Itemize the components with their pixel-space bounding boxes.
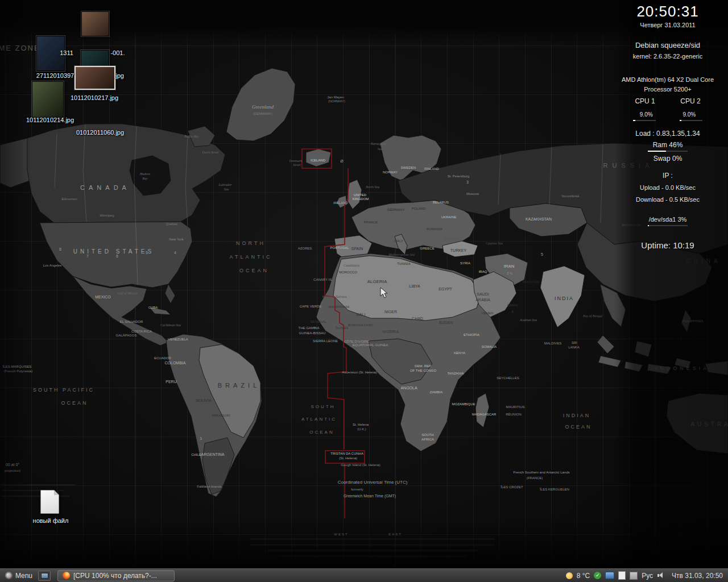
desktop-photo-label[interactable]: 10112010214.jpg [26,117,74,123]
desktop-photo-label[interactable]: -001. [110,49,125,56]
conky-ram: Ram 46% [610,141,726,149]
conky-ip-label: IP : [610,172,726,180]
conky-clock: 20:50:31 [610,2,726,21]
update-manager-icon[interactable]: ✓ [594,572,601,579]
show-desktop-icon [41,573,48,579]
menu-gear-icon [5,572,13,579]
taskbar-clock[interactable]: Чтв 31.03, 20:50 [672,572,723,580]
cpu1-label: CPU 1 [635,97,655,106]
ram-usage-bar [648,151,688,152]
cpu2-percent: 9.0% [682,111,696,119]
conky-cpu-percentages: 9.0% 9.0% [610,111,726,119]
conky-system-monitor: 20:50:31 Четверг 31.03.2011 Debian squee… [610,2,726,251]
cpu2-label: CPU 2 [680,97,700,106]
desktop-photo-label[interactable]: 27112010397 [36,72,74,79]
documents-icon[interactable] [618,571,626,580]
conky-distro: Debian squeeze/sid [610,41,726,50]
conky-date: Четверг 31.03.2011 [610,22,726,30]
desktop-photo-label[interactable]: 1311 [60,49,73,56]
volume-icon[interactable] [657,572,664,579]
temperature-label[interactable]: 8 °C [577,572,590,580]
cpu1-usage-bar [633,120,656,121]
conky-cpu-bars [610,120,726,121]
new-file-label[interactable]: новый файл [33,517,69,524]
new-file-icon[interactable] [40,490,59,514]
bottom-panel: Menu [CPU 100% что делать?-... 8 °C ✓ Ру… [0,568,728,582]
cpu1-percent: 9.0% [640,111,653,119]
desktop-photo-label[interactable]: .jpg [114,72,124,79]
system-tray: 8 °C ✓ Рус Чтв 31.03, 20:50 [566,571,725,580]
conky-cpu-model: AMD Athlon(tm) 64 X2 Dual Core Processor… [610,75,726,94]
desktop-photo-icon[interactable] [75,66,115,90]
conky-upload: Upload - 0.0 KB/sec [610,184,726,192]
conky-load-average: Load : 0.83,1.35,1.34 [610,130,726,138]
firefox-icon [63,572,70,579]
desktop-photo-icon[interactable] [81,11,109,36]
menu-button[interactable]: Menu [3,571,35,580]
conky-cpu-labels: CPU 1 CPU 2 [610,97,726,106]
desktop-photo-label[interactable]: 01012011060.jpg [76,129,124,136]
keyboard-layout-indicator[interactable]: Рус [642,572,653,580]
desktop-photo-label[interactable]: 10112010217.jpg [71,94,118,101]
taskbar-window-firefox[interactable]: [CPU 100% что делать?-... [57,570,175,581]
conky-swap: Swap 0% [610,155,726,163]
cpu-model-line1: AMD Athlon(tm) 64 X2 Dual Core [622,76,714,83]
clipboard-icon[interactable] [630,572,638,580]
show-desktop-button[interactable] [38,571,51,581]
file-manager-icon[interactable] [605,572,614,579]
weather-icon[interactable] [566,572,573,579]
cpu2-usage-bar [680,120,702,121]
cpu-model-line2: Processor 5200+ [644,86,691,93]
conky-kernel: kernel: 2.6.35-22-generic [610,53,726,61]
menu-label: Menu [15,572,32,580]
window-title: [CPU 100% что делать?-... [73,572,157,580]
conky-uptime: Uptime: 10:19 [610,240,726,251]
conky-disk-usage: /dev/sda1 3% [610,216,726,224]
conky-download: Download - 0.5 KB/sec [610,196,726,204]
disk-usage-bar [648,225,688,226]
desktop-photo-icon[interactable] [32,81,64,118]
